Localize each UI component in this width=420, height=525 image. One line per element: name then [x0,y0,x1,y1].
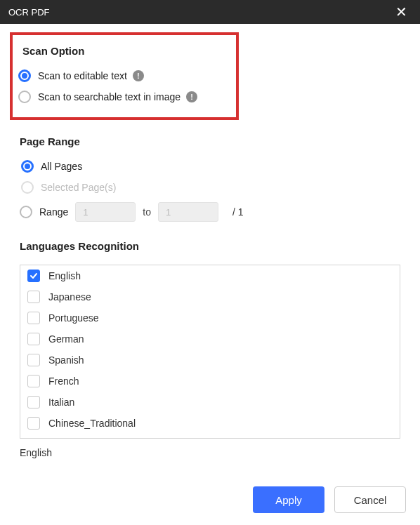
all-pages-row: All Pages [21,160,400,173]
list-item[interactable]: English [20,265,400,286]
language-checkbox[interactable] [27,354,40,366]
all-pages-label[interactable]: All Pages [41,161,82,172]
range-to-input[interactable] [158,202,218,222]
language-label[interactable]: German [48,333,84,345]
language-label[interactable]: Italian [48,397,74,408]
language-checkbox[interactable] [27,396,40,408]
range-radio[interactable] [20,206,32,218]
range-total-label: / 1 [232,206,244,218]
close-icon[interactable]: ✕ [391,2,412,22]
list-item[interactable]: Portuguese [20,307,400,328]
list-item[interactable]: Italian [20,392,400,413]
scan-editable-label[interactable]: Scan to editable text [38,70,127,81]
language-checkbox[interactable] [27,291,40,303]
apply-button[interactable]: Apply [253,486,324,513]
language-checkbox[interactable] [27,312,40,324]
language-label[interactable]: Portuguese [48,312,99,324]
range-to-label: to [143,206,151,218]
selected-pages-label: Selected Page(s) [41,182,116,193]
scan-searchable-radio[interactable] [18,91,31,103]
language-label[interactable]: French [48,376,79,387]
scan-editable-row: Scan to editable text ! [18,69,229,82]
range-row: Range to / 1 [20,202,400,222]
language-checkbox[interactable] [27,333,40,345]
info-icon[interactable]: ! [133,70,144,81]
scan-searchable-label[interactable]: Scan to searchable text in image [38,91,181,102]
list-item[interactable]: Spanish [20,350,400,371]
list-item[interactable]: French [20,371,400,392]
content-area: Scan Option Scan to editable text ! Scan… [0,24,420,474]
scan-option-highlight: Scan Option Scan to editable text ! Scan… [10,32,239,120]
scan-option-title: Scan Option [22,45,229,57]
language-checkbox[interactable] [27,270,40,282]
selected-pages-radio [21,181,34,194]
page-range-title: Page Range [20,135,400,147]
range-from-input[interactable] [75,202,136,222]
selected-languages-summary: English [20,447,400,458]
page-range-section: Page Range All Pages Selected Page(s) Ra… [20,135,400,222]
scan-editable-radio[interactable] [18,69,31,82]
languages-section: Languages Recognition EnglishJapanesePor… [20,240,400,458]
language-label[interactable]: English [48,270,81,281]
all-pages-radio[interactable] [21,160,34,173]
language-checkbox[interactable] [27,375,40,387]
language-label[interactable]: Chinese_Traditional [48,418,136,429]
languages-title: Languages Recognition [20,240,400,252]
dialog-footer: Apply Cancel [0,474,420,525]
languages-listbox[interactable]: EnglishJapanesePortugueseGermanSpanishFr… [20,265,400,439]
list-item[interactable]: Japanese [20,286,400,307]
titlebar: OCR PDF ✕ [0,0,420,24]
cancel-button[interactable]: Cancel [334,486,406,513]
list-item[interactable]: German [20,328,400,350]
language-checkbox[interactable] [27,417,40,430]
list-item[interactable]: Chinese_Traditional [20,413,400,434]
scan-searchable-row: Scan to searchable text in image ! [18,91,229,103]
language-label[interactable]: Japanese [48,291,91,303]
range-label[interactable]: Range [39,206,68,218]
titlebar-text: OCR PDF [8,7,50,18]
info-icon[interactable]: ! [186,91,197,102]
language-label[interactable]: Spanish [48,354,84,366]
selected-pages-row: Selected Page(s) [21,181,400,194]
